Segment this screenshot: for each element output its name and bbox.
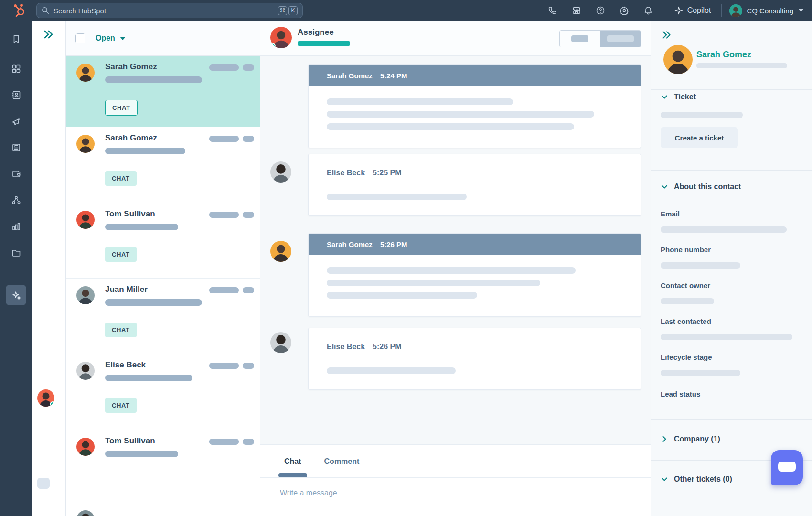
- copilot-button[interactable]: Copilot: [666, 6, 719, 15]
- sidebar-item-ai[interactable]: [6, 285, 26, 305]
- contact-name: Tom Sullivan: [105, 436, 155, 446]
- top-bar: Search HubSpot ⌘ K: [0, 0, 812, 21]
- contact-avatar: [76, 438, 95, 456]
- sidebar-item-bookmarks[interactable]: [6, 29, 26, 49]
- expand-panel-button[interactable]: [42, 28, 55, 41]
- account-menu[interactable]: CQ Consulting: [725, 4, 812, 17]
- toggle-right-icon: [607, 35, 634, 42]
- company-section-header[interactable]: Company (1): [661, 435, 720, 443]
- visitor-avatar: [270, 161, 291, 183]
- message-time: 5:26 PM: [373, 343, 401, 351]
- conversation-list-item[interactable]: [66, 505, 260, 516]
- sidebar-item-marketing[interactable]: [6, 111, 26, 131]
- about-section-header[interactable]: About this contact: [661, 183, 741, 191]
- contact-avatar: [76, 286, 95, 304]
- message-card: Elise Beck 5:25 PM: [308, 154, 641, 216]
- content-icon: [11, 142, 21, 153]
- field-value-placeholder: [661, 298, 714, 304]
- message-header: Sarah Gomez 5:26 PM: [309, 234, 641, 255]
- create-ticket-button[interactable]: Create a ticket: [661, 127, 738, 148]
- ticket-section-header[interactable]: Ticket: [661, 93, 696, 101]
- ai-sparkle-icon: [11, 290, 21, 301]
- phone-icon[interactable]: [541, 0, 565, 21]
- sidebar-item-content[interactable]: [6, 137, 26, 158]
- view-toggle-left-segment[interactable]: [560, 31, 600, 47]
- panel-divider: [651, 419, 812, 420]
- notifications-icon[interactable]: [636, 0, 660, 21]
- contact-avatar: [76, 64, 95, 82]
- field-value-placeholder: [661, 370, 740, 376]
- field-label: Phone number: [661, 246, 711, 254]
- status-filter-dropdown[interactable]: Open: [96, 34, 126, 43]
- field-label: Email: [661, 210, 680, 218]
- view-toggle[interactable]: [559, 30, 641, 47]
- sidebar-item-reporting[interactable]: [6, 216, 26, 236]
- message-input[interactable]: Write a message: [280, 489, 337, 497]
- help-icon[interactable]: [588, 0, 612, 21]
- sidebar-item-library[interactable]: [6, 242, 26, 263]
- nav-divider: [10, 53, 22, 53]
- conversation-list: Open Sarah Gomez CHAT Sarah Gomez CHAT T…: [66, 21, 260, 516]
- message-text-placeholder: [327, 367, 456, 374]
- composer-divider: [260, 477, 651, 478]
- bar-chart-icon: [11, 221, 21, 232]
- conversation-list-item[interactable]: Tom Sullivan: [66, 430, 260, 505]
- search-placeholder: Search HubSpot: [53, 7, 278, 15]
- contact-avatar: [76, 211, 95, 229]
- timestamp-placeholder: [209, 136, 239, 142]
- nav-divider: [10, 276, 22, 276]
- sidebar-item-commerce[interactable]: [6, 163, 26, 184]
- meta-placeholder: [243, 363, 254, 369]
- assignee-value-placeholder: [298, 41, 350, 46]
- agent-avatar[interactable]: [37, 389, 54, 407]
- chevron-down-icon: [661, 475, 668, 483]
- collapse-panel-button[interactable]: [661, 29, 673, 41]
- channel-badge: CHAT: [105, 247, 137, 262]
- chevron-down-icon: [799, 9, 803, 12]
- marketplace-icon[interactable]: [565, 0, 588, 21]
- conversation-list-item[interactable]: Tom Sullivan CHAT: [66, 203, 260, 279]
- contact-name-link[interactable]: Sarah Gomez: [696, 50, 751, 60]
- folder-icon: [11, 247, 21, 258]
- other-tickets-section-header[interactable]: Other tickets (0): [661, 475, 732, 484]
- hubspot-logo-icon[interactable]: [12, 4, 26, 17]
- online-status-dot: [270, 43, 276, 48]
- contact-name: Sarah Gomez: [105, 62, 157, 72]
- conversation-list-item[interactable]: Juan Miller CHAT: [66, 279, 260, 354]
- contact-subtitle-placeholder: [696, 63, 787, 68]
- composer-tabs: Chat Comment: [278, 453, 365, 470]
- conversation-list-item[interactable]: Sarah Gomez CHAT: [66, 127, 260, 203]
- sidebar-item-automations[interactable]: [6, 190, 26, 210]
- tab-chat[interactable]: Chat: [278, 453, 307, 470]
- chat-thread-header: Assignee: [260, 21, 651, 56]
- chevron-down-icon: [661, 183, 668, 191]
- chat-bubble-icon: [778, 462, 796, 472]
- sidebar-item-workspace[interactable]: [6, 58, 26, 79]
- left-navigation: [0, 21, 32, 516]
- contact-name: Elise Beck: [105, 360, 146, 370]
- conversation-list-item[interactable]: Elise Beck CHAT: [66, 354, 260, 430]
- message-text-placeholder: [327, 98, 513, 105]
- meta-placeholder: [243, 287, 254, 293]
- meta-placeholder: [243, 64, 254, 71]
- message-time: 5:26 PM: [380, 240, 407, 248]
- field-value-placeholder: [661, 334, 792, 340]
- grid-icon: [11, 64, 21, 74]
- view-toggle-right-segment[interactable]: [600, 31, 641, 47]
- panel-divider: [651, 170, 812, 171]
- global-search-input[interactable]: Search HubSpot ⌘ K: [36, 3, 303, 18]
- preview-placeholder: [105, 76, 202, 83]
- conversation-list-item[interactable]: Sarah Gomez CHAT: [66, 56, 260, 127]
- message-text-placeholder: [327, 111, 594, 118]
- chat-widget-button[interactable]: [771, 450, 803, 485]
- select-all-checkbox[interactable]: [75, 33, 85, 43]
- settings-icon[interactable]: [612, 0, 636, 21]
- field-value-placeholder: [661, 262, 740, 269]
- ticket-placeholder: [661, 112, 743, 118]
- collapsed-placeholder-tile[interactable]: [37, 478, 50, 489]
- tab-comment[interactable]: Comment: [319, 453, 365, 470]
- message-text-placeholder: [327, 123, 574, 130]
- preview-placeholder: [105, 299, 202, 306]
- sidebar-item-crm[interactable]: [6, 85, 26, 105]
- message-text-placeholder: [327, 194, 467, 200]
